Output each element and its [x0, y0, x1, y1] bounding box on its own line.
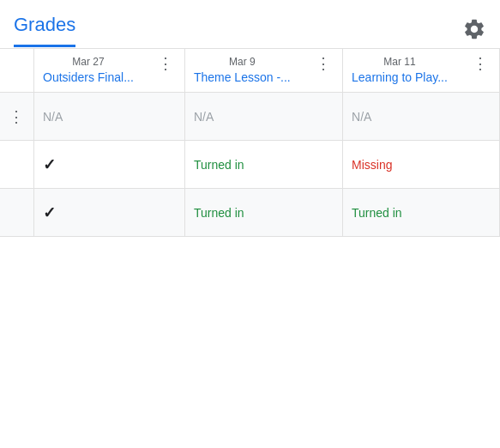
- header: Grades: [0, 0, 500, 48]
- cell-row2-2: Turned in: [184, 189, 342, 237]
- turned-in-status: Turned in: [352, 206, 402, 220]
- col-menu-3[interactable]: ⋮: [471, 56, 491, 71]
- na-value: N/A: [194, 110, 214, 124]
- cell-row1-3: Missing: [343, 141, 500, 189]
- turned-in-status: Turned in: [194, 206, 244, 220]
- cell-na-1: N/A: [34, 93, 185, 141]
- grades-table-container: Mar 27 Outsiders Final... ⋮ Mar 9 Theme …: [0, 49, 500, 448]
- row-menu-icon[interactable]: ⋮: [9, 108, 25, 125]
- cell-row2-0: [0, 189, 34, 237]
- cell-row1-2: Turned in: [184, 141, 342, 189]
- table-row: ✓ Turned in Missing: [0, 141, 500, 189]
- table-row: ✓ Turned in Turned in: [0, 189, 500, 237]
- na-value: N/A: [352, 110, 371, 124]
- missing-status: Missing: [352, 158, 392, 172]
- cell-row2-3: Turned in: [343, 189, 500, 237]
- cell-na-3: N/A: [343, 93, 500, 141]
- col-header-0: [0, 49, 34, 93]
- col-menu-1[interactable]: ⋮: [156, 56, 176, 71]
- col-header-1: Mar 27 Outsiders Final... ⋮: [34, 49, 185, 93]
- cell-na-2: N/A: [184, 93, 342, 141]
- checkmark-icon: ✓: [43, 156, 56, 173]
- page-title: Grades: [14, 14, 75, 47]
- column-header-row: Mar 27 Outsiders Final... ⋮ Mar 9 Theme …: [0, 49, 500, 93]
- cell-row2-1: ✓: [34, 189, 185, 237]
- col-title-1[interactable]: Outsiders Final...: [43, 70, 134, 85]
- col-date-3: Mar 11: [352, 56, 448, 68]
- na-value: N/A: [43, 110, 63, 124]
- settings-button[interactable]: [462, 17, 486, 44]
- grades-table: Mar 27 Outsiders Final... ⋮ Mar 9 Theme …: [0, 49, 500, 237]
- col-header-2: Mar 9 Theme Lesson -... ⋮: [184, 49, 342, 93]
- col-date-1: Mar 27: [43, 56, 134, 68]
- col-title-2[interactable]: Theme Lesson -...: [194, 70, 291, 85]
- col-date-2: Mar 9: [194, 56, 291, 68]
- cell-na-dots[interactable]: ⋮: [0, 93, 34, 141]
- cell-row1-0: [0, 141, 34, 189]
- table-row: ⋮ N/A N/A N/A: [0, 93, 500, 141]
- col-title-3[interactable]: Learning to Play...: [352, 70, 448, 85]
- col-menu-2[interactable]: ⋮: [314, 56, 334, 71]
- turned-in-status: Turned in: [194, 158, 244, 172]
- checkmark-icon: ✓: [43, 204, 56, 221]
- cell-row1-1: ✓: [34, 141, 185, 189]
- col-header-3: Mar 11 Learning to Play... ⋮: [343, 49, 500, 93]
